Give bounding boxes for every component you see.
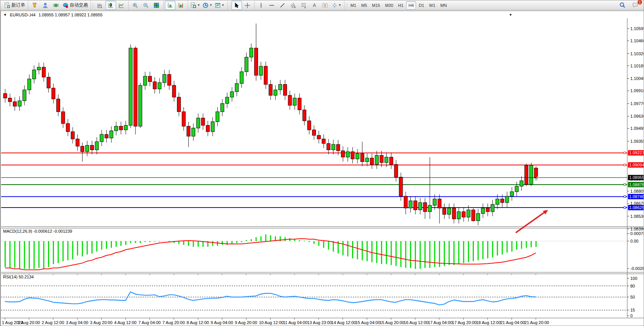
line-chart-icon	[118, 2, 124, 8]
templates-button[interactable]: ▼	[214, 1, 226, 10]
chevron-down-icon[interactable]: ▼	[197, 3, 200, 7]
period-buttons: M1M5M15M30H1H4D1W1MN	[348, 1, 449, 10]
chart-window[interactable]: ▼ EURUSD-,H4 1.08955 1.08957 1.08922 1.0…	[0, 11, 644, 326]
text-label-button[interactable]: T	[320, 1, 330, 10]
candle-body	[225, 97, 229, 104]
auto-trading-icon	[62, 2, 69, 8]
trendline-button[interactable]	[277, 1, 288, 10]
period-D1[interactable]: D1	[416, 1, 426, 10]
zoom-in-button[interactable]	[130, 1, 140, 10]
rsi-axis-label: 0	[630, 313, 633, 318]
toolbar-grip[interactable]	[92, 2, 94, 9]
line-handle[interactable]	[624, 184, 626, 185]
horizontal-line-button[interactable]	[266, 1, 277, 10]
chevron-down-icon[interactable]: ▼	[222, 3, 225, 7]
candle-body	[433, 199, 437, 205]
signals-button[interactable]	[51, 1, 61, 10]
period-W1[interactable]: W1	[427, 1, 438, 10]
chevron-down-icon[interactable]: ▼	[209, 3, 212, 7]
candle-body	[389, 157, 393, 165]
market-depth-button[interactable]	[29, 1, 40, 10]
price-axis-tick-label: 1.10595	[630, 26, 644, 31]
candle-body	[336, 144, 340, 151]
candle-body	[192, 128, 195, 136]
periods-button[interactable]: ▼	[201, 1, 214, 10]
line-handle[interactable]	[624, 207, 626, 209]
toolbar-right: 1	[617, 1, 643, 10]
period-M15[interactable]: M15	[370, 1, 382, 10]
candle-body	[119, 126, 123, 130]
equidistant-channel-button[interactable]: E	[288, 1, 298, 10]
auto-scroll-button[interactable]	[165, 1, 175, 10]
candle-body	[380, 155, 383, 163]
time-axis-label: 2 Aug 12:00	[42, 320, 64, 325]
cursor-button[interactable]	[231, 1, 242, 10]
candle-body	[90, 145, 94, 150]
candle-body	[115, 126, 118, 131]
candle-body	[423, 203, 427, 212]
arrows-icon	[332, 2, 338, 8]
period-M1[interactable]: M1	[348, 1, 359, 10]
period-MN[interactable]: MN	[438, 1, 449, 10]
candle-body	[124, 125, 128, 130]
period-H1[interactable]: H1	[396, 1, 406, 10]
toolbar-grip[interactable]	[346, 2, 348, 9]
time-axis-label: 3 Aug 04:00	[66, 320, 88, 325]
one-click-trading-toggle[interactable]: ▼	[3, 13, 7, 17]
text-button[interactable]: A	[309, 1, 320, 10]
toolbar-group-cursor	[227, 1, 254, 10]
candle-body	[443, 208, 446, 214]
candle-body	[312, 130, 316, 135]
auto-trading-button[interactable]: 自动交易	[61, 1, 89, 10]
chart-shift-marker-icon[interactable]: ▼	[509, 13, 512, 17]
arrows-button[interactable]: ▼	[330, 1, 343, 10]
candle-body	[81, 146, 84, 152]
search-button[interactable]	[617, 1, 628, 10]
funnel-icon	[32, 2, 38, 8]
period-H4[interactable]: H4	[406, 1, 416, 10]
candle-body	[211, 122, 214, 132]
time-axis-label: 10 Aug 12:00	[259, 320, 284, 325]
candle-body	[129, 48, 132, 125]
new-order-button[interactable]: 新订单	[3, 1, 26, 10]
fibonacci-button[interactable]: F	[298, 1, 309, 10]
candle-body	[163, 74, 166, 82]
community-button[interactable]	[40, 1, 51, 10]
toolbar-group-services: 自动交易	[28, 1, 90, 10]
cursor-icon	[234, 2, 240, 8]
candle-body	[496, 199, 499, 204]
candle-body	[250, 48, 253, 57]
macd-axis-label: -0.002871	[630, 266, 644, 271]
period-M5[interactable]: M5	[359, 1, 369, 10]
tile-windows-button[interactable]	[151, 1, 162, 10]
toolbar-group-zoom	[128, 1, 163, 10]
line-handle[interactable]	[624, 196, 626, 198]
candle-body	[327, 144, 330, 150]
chart-shift-button[interactable]	[175, 1, 186, 10]
bar-chart-button[interactable]	[95, 1, 105, 10]
toolbar-grip[interactable]	[229, 2, 231, 9]
line-chart-button[interactable]	[116, 1, 127, 10]
chart-panes[interactable]: 1.107351.105951.104601.103201.101851.100…	[1, 18, 644, 326]
toolbar-group-periods: M1M5M15M30H1H4D1W1MN	[344, 1, 450, 10]
chevron-down-icon[interactable]: ▼	[338, 3, 341, 7]
time-axis-label: 15 Aug 04:00	[355, 320, 380, 325]
price-badge-label: 1.09227	[629, 150, 644, 155]
zoom-out-button[interactable]	[140, 1, 151, 10]
candlestick-chart-button[interactable]	[105, 1, 116, 10]
candle-body	[356, 153, 359, 159]
chart-canvas[interactable]: 1.107351.105951.104601.103201.101851.100…	[1, 18, 644, 326]
line-handle[interactable]	[624, 164, 626, 166]
rsi-axis-label: 50	[630, 295, 635, 299]
toolbar-group-scroll	[163, 1, 187, 10]
line-handle[interactable]	[624, 152, 626, 154]
price-axis-tick-label: 1.08390	[630, 227, 644, 231]
crosshair-button[interactable]	[242, 1, 253, 10]
period-M30[interactable]: M30	[383, 1, 395, 10]
candle-body	[332, 144, 335, 150]
candle-body	[288, 95, 292, 105]
indicators-button[interactable]: ▼	[189, 1, 201, 10]
vertical-line-button[interactable]	[256, 1, 266, 10]
price-axis-tick-label: 1.10460	[630, 38, 644, 43]
notifications-button[interactable]: 1	[630, 1, 641, 10]
